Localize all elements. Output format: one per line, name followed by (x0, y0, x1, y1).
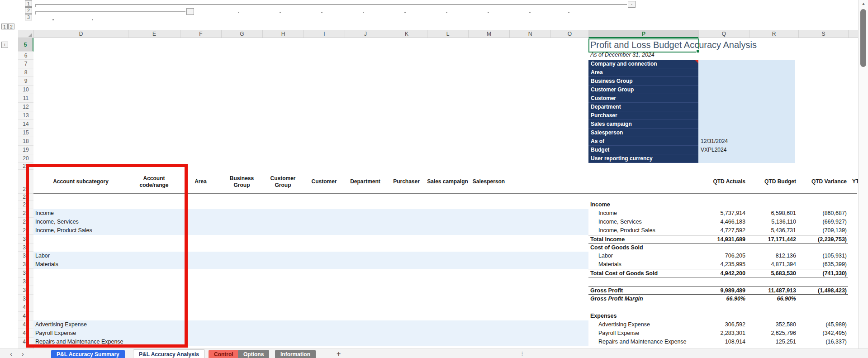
pnl-label[interactable]: Labor (598, 252, 613, 260)
select-all-corner[interactable] (18, 30, 33, 38)
tab-scroll-right-icon[interactable]: › (22, 349, 24, 358)
pnl-label[interactable]: Total Income (590, 235, 625, 244)
collapsed-group-dot[interactable] (92, 19, 93, 20)
column-header[interactable]: H (262, 30, 304, 38)
vertical-scrollbar[interactable]: ▲ (858, 0, 868, 348)
row-header[interactable]: 7 (18, 60, 33, 68)
column-header[interactable]: J (345, 30, 386, 38)
pnl-total-row[interactable]: Total Income 14,931,689 17,171,442 (2,23… (588, 235, 848, 243)
sheet-tab-pnl-accuracy-analysis[interactable]: P&L Accuracy Analysis (133, 349, 205, 358)
row-header[interactable]: 19 (18, 146, 33, 154)
pnl-data-row[interactable]: Income 5,737,914 6,598,601 (860,687) (588, 209, 848, 218)
column-header[interactable]: S (798, 30, 848, 38)
expand-group-button[interactable]: + (1, 42, 8, 48)
table-header[interactable]: Purchaser (386, 170, 427, 194)
collapsed-group-dot[interactable] (363, 12, 364, 13)
collapse-group-button[interactable]: - (186, 8, 194, 15)
pnl-total-row[interactable]: Total Cost of Goods Sold 4,942,200 5,683… (588, 269, 848, 277)
collapsed-group-dot[interactable] (568, 12, 569, 13)
pnl-section-row[interactable]: Cost of Goods Sold (588, 243, 848, 252)
filter-field-row[interactable]: User reporting currency (588, 154, 698, 163)
pnl-data-row[interactable]: Payroll Expense 2,283,301 2,625,796 (342… (588, 329, 848, 338)
pnl-gross-profit-row[interactable]: Gross Profit 9,989,489 11,487,913 (1,498… (588, 286, 848, 295)
column-header[interactable]: F (180, 30, 221, 38)
vertical-scrollbar-thumb[interactable] (860, 9, 866, 67)
pnl-data-row[interactable]: Labor 706,205 812,136 (105,931) (588, 252, 848, 260)
column-outline-level-1-button[interactable]: 1 (25, 0, 32, 7)
pnl-variance-cell[interactable]: (741,330) (779, 269, 847, 278)
column-header[interactable]: Q (698, 30, 749, 38)
pnl-data-row[interactable]: Income, Product Sales 4,727,592 5,436,73… (588, 226, 848, 235)
collapsed-group-dot[interactable] (404, 12, 406, 13)
filter-field-row[interactable]: Purchaser (588, 111, 698, 120)
pnl-data-row[interactable]: Advertising Expense 306,592 352,580 (45,… (588, 320, 848, 329)
table-header[interactable]: Customer (304, 170, 345, 194)
tab-bar-overflow-handle[interactable]: ⋮ (519, 350, 525, 357)
row-outline-level-2-button[interactable]: 2 (8, 24, 14, 29)
row-header[interactable]: 12 (18, 103, 33, 111)
pnl-variance-cell[interactable]: (860,687) (779, 209, 847, 218)
pnl-variance-cell[interactable]: (1,498,423) (779, 286, 847, 295)
pnl-variance-cell[interactable]: (342,495) (779, 329, 847, 338)
sheet-tab-information[interactable]: Information (275, 350, 316, 358)
pnl-variance-cell[interactable]: (2,239,753) (779, 235, 847, 244)
pnl-label[interactable]: Income (590, 200, 610, 209)
value-column-header[interactable]: QTD Variance (779, 170, 847, 194)
pnl-variance-cell[interactable]: (635,399) (779, 260, 847, 269)
filter-field-row[interactable]: Area (588, 68, 698, 77)
filter-field-row[interactable]: Budget (588, 146, 698, 154)
sheet-tab-options[interactable]: Options (238, 350, 269, 358)
collapsed-group-dot[interactable] (321, 12, 323, 13)
row-header[interactable]: 18 (18, 137, 33, 146)
collapsed-group-dot[interactable] (529, 12, 531, 13)
pnl-data-row[interactable]: Repairs and Maintenance Expense 108,914 … (588, 338, 848, 346)
column-header[interactable] (848, 30, 858, 38)
pnl-variance-cell[interactable]: (669,927) (779, 218, 847, 226)
row-header[interactable]: 10 (18, 86, 33, 94)
pnl-margin-row[interactable]: Gross Profit Margin 66.90% 66.90% (588, 295, 848, 303)
pnl-label[interactable]: Income, Product Sales (598, 226, 655, 235)
collapsed-group-dot[interactable] (488, 12, 489, 13)
pnl-label[interactable]: Payroll Expense (598, 329, 639, 338)
column-outline-level-2-button[interactable]: 2 (25, 7, 32, 14)
column-header[interactable]: K (386, 30, 427, 38)
filter-field-row[interactable]: Customer Group (588, 86, 698, 94)
pnl-variance-cell[interactable]: (105,931) (779, 252, 847, 260)
collapsed-group-dot[interactable] (52, 19, 54, 20)
row-header[interactable]: 14 (18, 120, 33, 129)
pnl-label[interactable]: Materials (598, 260, 621, 269)
table-header[interactable]: Business Group (221, 170, 262, 194)
pnl-label[interactable]: Expenses (590, 312, 617, 320)
pnl-label[interactable]: Total Cost of Goods Sold (590, 269, 658, 278)
filter-field-row[interactable]: Customer (588, 94, 698, 103)
row-header-selected[interactable]: 5 (18, 38, 33, 52)
filter-field-row[interactable]: As of (588, 137, 698, 146)
column-header[interactable]: O (550, 30, 588, 38)
column-header[interactable]: G (221, 30, 262, 38)
pnl-label[interactable]: Gross Profit (590, 286, 623, 295)
pnl-label[interactable]: Advertising Expense (598, 320, 650, 329)
pnl-budget-cell[interactable]: 66.90% (728, 295, 796, 303)
pnl-label[interactable]: Income (598, 209, 617, 218)
scroll-up-icon[interactable]: ▲ (859, 1, 868, 6)
column-header[interactable]: E (128, 30, 180, 38)
budget-value-cell[interactable]: VXPL2024 (701, 146, 726, 154)
sheet-tab-control[interactable]: Control (209, 350, 239, 358)
collapsed-group-dot[interactable] (280, 12, 281, 13)
filter-field-row[interactable]: Sales campaign (588, 120, 698, 129)
column-header[interactable]: I (304, 30, 345, 38)
pnl-variance-cell[interactable]: (16,337) (779, 338, 847, 346)
row-header[interactable]: 11 (18, 94, 33, 103)
filter-field-row[interactable]: Salesperson (588, 129, 698, 137)
row-outline-level-1-button[interactable]: 1 (1, 24, 8, 29)
tab-scroll-left-icon[interactable]: ‹ (10, 349, 12, 358)
table-header[interactable]: Sales campaign (427, 170, 468, 194)
column-header[interactable]: L (427, 30, 468, 38)
add-sheet-button[interactable]: + (337, 349, 341, 358)
row-header[interactable]: 15 (18, 129, 33, 137)
table-header[interactable]: Customer Group (262, 170, 304, 194)
table-header[interactable]: Salesperson (468, 170, 509, 194)
pnl-data-row[interactable]: Materials 4,235,995 4,871,394 (635,399) (588, 260, 848, 269)
filter-field-row[interactable]: Department (588, 103, 698, 111)
column-header[interactable]: R (749, 30, 798, 38)
